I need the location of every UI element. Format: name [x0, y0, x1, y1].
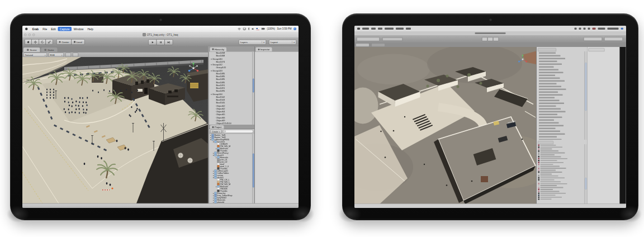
pivot-center-button[interactable]: Center: [56, 39, 72, 45]
project-scrollbar[interactable]: [585, 144, 588, 204]
unity-toolbar-blurred: [354, 35, 626, 43]
user-icon[interactable]: [293, 27, 296, 30]
screenshot-edge-strip: [620, 47, 626, 204]
tab-inspector-blurred[interactable]: [589, 48, 605, 51]
scene-lighting-toggle[interactable]: [65, 53, 71, 57]
asset-icon: [538, 173, 540, 175]
scale-tool-button[interactable]: [46, 39, 53, 45]
scene-fx-toggle[interactable]: [73, 53, 78, 57]
macos-menu-bar: GrabFileEditCaptureWindowHelp (100%) Sun…: [22, 26, 299, 32]
menu-clock[interactable]: Sun 3:59 PM: [277, 27, 291, 30]
left-tablet-device: GrabFileEditCaptureWindowHelp (100%) Sun…: [10, 13, 311, 220]
hand-tool-button[interactable]: [25, 39, 32, 45]
asset-icon: [538, 154, 540, 156]
inspector-column: Inspector: [255, 46, 299, 203]
inspector-tab-icon: [258, 49, 260, 50]
project-search-input[interactable]: [223, 130, 253, 133]
hierarchy-scrollbar[interactable]: [585, 51, 588, 140]
move-tool-button[interactable]: [32, 39, 39, 45]
asset-icon: [538, 160, 540, 162]
asset-icon: [538, 172, 540, 173]
project-row-illegible[interactable]: [537, 198, 587, 200]
scene-column: Scene Game Textured▾ RGB▾: [22, 46, 208, 203]
play-button[interactable]: [148, 40, 157, 45]
scrollbar-thumb[interactable]: [585, 178, 587, 189]
hierarchy-scrollbar[interactable]: [252, 51, 254, 124]
step-button[interactable]: [164, 40, 173, 45]
asset-icon: [538, 198, 540, 200]
menu-item-edit[interactable]: Edit: [49, 27, 58, 31]
hierarchy-row-illegible[interactable]: [537, 138, 587, 140]
game-tab-icon: [45, 49, 47, 51]
hierarchy-row[interactable]: Object2214514: [209, 122, 254, 124]
window-title: OT1_Iraq.unity - OT1_Iraq: [22, 33, 299, 36]
menu-item-capture[interactable]: Capture: [58, 27, 72, 31]
macos-menu-bar-blurred: [354, 26, 626, 32]
tab-scene[interactable]: Scene: [23, 48, 40, 52]
draw-mode-dropdown[interactable]: Textured▾: [23, 53, 47, 57]
scrollbar-thumb[interactable]: [253, 154, 254, 188]
status-bar: [22, 203, 299, 208]
scrollbar-thumb[interactable]: [253, 78, 254, 92]
folder-icon: [215, 141, 217, 143]
create-button[interactable]: Create▾: [210, 130, 221, 134]
battery-icon[interactable]: [261, 28, 265, 30]
asset-icon: [538, 185, 540, 187]
view-tabs: Scene Game: [22, 46, 208, 53]
tab-inspector[interactable]: Inspector: [256, 48, 272, 52]
project-scrollbar[interactable]: [252, 134, 254, 203]
status-bar-blurred: [354, 204, 626, 208]
asset-icon: [538, 158, 540, 160]
menu-item-window[interactable]: Window: [72, 27, 86, 31]
window-title-bar[interactable]: OT1_Iraq.unity - OT1_Iraq: [22, 32, 299, 38]
scene-tab-icon: [27, 49, 29, 51]
page: GrabFileEditCaptureWindowHelp (100%) Sun…: [0, 0, 644, 237]
battery-percent[interactable]: (100%): [267, 27, 275, 30]
pause-button[interactable]: [157, 40, 165, 45]
asset-icon: [538, 177, 540, 179]
asset-icon: [538, 191, 540, 192]
scrollbar-thumb[interactable]: [585, 63, 587, 111]
asset-icon: [538, 176, 540, 177]
asset-icon: [538, 156, 540, 158]
layers-dropdown[interactable]: Layers▾: [239, 40, 266, 45]
render-channels-dropdown[interactable]: RGB▾: [49, 53, 64, 57]
project-list-blurred[interactable]: [537, 144, 587, 204]
rotate-tool-button[interactable]: [39, 39, 46, 45]
hierarchy-list[interactable]: Box1458Box1468▼Group140Box1474▼Group142G…: [209, 51, 254, 124]
inspector-body-empty: [255, 52, 299, 204]
scene-viewport-3d[interactable]: [22, 57, 208, 203]
bluetooth-icon[interactable]: [248, 27, 249, 30]
play-controls: [148, 40, 173, 45]
hierarchy-tab-icon: [212, 49, 214, 50]
layout-dropdown[interactable]: Layout▾: [269, 40, 296, 45]
asset-icon: [538, 162, 540, 163]
folder-icon: [215, 177, 217, 179]
project-header: Create▾: [209, 129, 254, 134]
tab-project[interactable]: Project: [210, 125, 224, 129]
asset-icon: [538, 152, 540, 154]
display-icon[interactable]: [243, 27, 246, 30]
asset-icon: [538, 196, 540, 198]
play-controls-blurred[interactable]: [482, 37, 499, 41]
tab-game[interactable]: Game: [41, 48, 58, 52]
menu-item-grab[interactable]: Grab: [30, 27, 41, 31]
hierarchy-list-blurred[interactable]: [537, 51, 587, 140]
wifi-icon[interactable]: [238, 27, 241, 30]
asset-icon: [538, 169, 540, 171]
project-list[interactable]: ▸Barrier_Tall1▸Barrier_Tall2▼coffeeshopF…: [209, 134, 254, 203]
right-screen: [354, 26, 626, 208]
volume-icon[interactable]: [252, 27, 254, 30]
camera-icon: [159, 18, 162, 21]
apple-logo-icon[interactable]: [25, 27, 28, 30]
space-local-button[interactable]: Local: [71, 39, 84, 45]
project-tab-icon: [212, 126, 214, 128]
asset-icon: [538, 179, 540, 181]
menu-item-file[interactable]: File: [41, 27, 49, 31]
asset-icon: [538, 150, 540, 152]
us-flag-icon[interactable]: [256, 28, 259, 30]
hierarchy-panel-blurred: [537, 47, 587, 204]
scene-viewport-3d-aerial[interactable]: [354, 47, 536, 204]
menu-item-help[interactable]: Help: [86, 27, 95, 31]
tab-hierarchy[interactable]: Hierarchy: [210, 47, 227, 51]
